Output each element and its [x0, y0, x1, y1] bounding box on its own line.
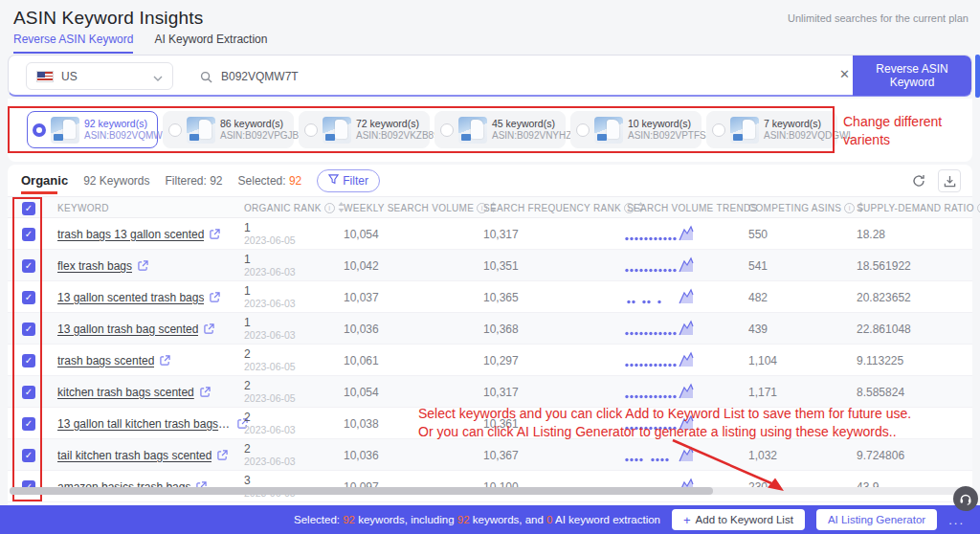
search-volume-trend-sparkline: [625, 313, 702, 345]
info-icon[interactable]: i: [844, 203, 855, 213]
clear-input-icon[interactable]: ✕: [839, 67, 850, 81]
row-checkbox-cell: ✓: [22, 376, 35, 408]
organic-rank-cell: 12023-06-03: [244, 250, 296, 281]
row-checkbox[interactable]: ✓: [22, 417, 35, 431]
variant-keyword-count: 10 keyword(s): [628, 118, 696, 130]
row-checkbox[interactable]: ✓: [22, 386, 35, 399]
row-checkbox[interactable]: ✓: [22, 228, 35, 241]
support-headset-button[interactable]: [953, 486, 978, 511]
column-header-weekly-search-volume[interactable]: WEEKLY SEARCH VOLUMEi: [344, 197, 497, 219]
external-link-icon[interactable]: [204, 323, 214, 334]
tab-reverse-asin-keyword[interactable]: Reverse ASIN Keyword: [13, 33, 133, 54]
row-checkbox[interactable]: ✓: [22, 449, 35, 462]
organic-rank-value: 1: [244, 221, 251, 234]
tab-ai-keyword-extraction[interactable]: AI Keyword Extraction: [154, 33, 267, 54]
variant-radio[interactable]: [440, 123, 454, 137]
organic-rank-value: 2: [244, 442, 251, 456]
external-link-icon[interactable]: [138, 260, 148, 271]
product-thumbnail: [187, 117, 215, 144]
row-checkbox-cell: ✓: [22, 439, 35, 471]
search-icon: [200, 70, 212, 87]
filter-button[interactable]: Filter: [317, 169, 380, 192]
keyword-link[interactable]: flex trash bags: [57, 259, 132, 273]
export-button[interactable]: [938, 169, 961, 192]
column-label: COMPETING ASINS: [748, 203, 841, 213]
chevron-down-icon: [153, 68, 163, 85]
keyword-link[interactable]: trash bags scented: [57, 354, 154, 367]
variant-radio[interactable]: [576, 123, 590, 137]
weekly-search-volume-value: 10,036: [344, 313, 379, 345]
supply-demand-ratio-value: 22.861048: [857, 313, 911, 345]
variant-card-6[interactable]: 7 keyword(s)ASIN:B092VQDGWL: [706, 111, 837, 148]
search-volume-trend-sparkline: [625, 250, 702, 281]
plus-icon: +: [683, 513, 691, 527]
variant-radio[interactable]: [33, 123, 46, 137]
organic-rank-date: 2023-06-03: [244, 266, 296, 278]
variant-texts: 7 keyword(s)ASIN:B092VQDGWL: [764, 118, 832, 143]
row-checkbox-cell: ✓: [22, 345, 35, 376]
row-checkbox[interactable]: ✓: [22, 354, 35, 367]
keyword-link[interactable]: 13 gallon tall kitchen trash bags sce...: [57, 417, 232, 431]
column-header-organic-rank[interactable]: ORGANIC RANKi: [244, 197, 345, 219]
column-header-keyword: KEYWORD: [57, 197, 109, 219]
table-row-8: ✓tail kitchen trash bags scented22023-06…: [8, 439, 972, 471]
variant-card-5[interactable]: 10 keyword(s)ASIN:B092VPTFS5: [570, 111, 702, 148]
column-header-competing-asins[interactable]: COMPETING ASINSi: [748, 197, 864, 219]
external-link-icon[interactable]: [160, 355, 170, 366]
weekly-search-volume-value: 10,061: [344, 345, 379, 376]
horizontal-scrollbar[interactable]: [10, 487, 713, 495]
keyword-link[interactable]: 13 gallon scented trash bags: [57, 291, 204, 304]
column-label: SEARCH VOLUME TRENDS: [627, 203, 757, 213]
asin-search-input[interactable]: [221, 65, 757, 88]
external-link-icon[interactable]: [210, 229, 220, 239]
select-all-checkbox[interactable]: ✓: [22, 202, 35, 215]
refresh-button[interactable]: [907, 169, 930, 192]
variant-card-2[interactable]: 86 keyword(s)ASIN:B092VPGJB9: [163, 111, 294, 148]
weekly-search-volume-value: 10,042: [344, 250, 379, 281]
external-link-icon[interactable]: [210, 292, 220, 302]
ai-listing-generator-button[interactable]: AI Listing Generator: [816, 509, 937, 530]
more-options[interactable]: ...: [948, 513, 965, 527]
variant-card-3[interactable]: 72 keyword(s)ASIN:B092VKZB89: [299, 111, 430, 148]
row-checkbox[interactable]: ✓: [22, 259, 35, 273]
organic-rank-value: 1: [244, 253, 251, 266]
info-icon[interactable]: i: [324, 203, 335, 213]
row-checkbox-cell: ✓: [22, 408, 35, 439]
organic-tab[interactable]: Organic: [21, 173, 68, 188]
variant-card-4[interactable]: 45 keyword(s)ASIN:B092VNYHZW: [434, 111, 566, 148]
keyword-link[interactable]: tail kitchen trash bags scented: [57, 449, 212, 462]
column-header-search-frequency-rank[interactable]: SEARCH FREQUENCY RANKi: [483, 197, 644, 219]
external-link-icon[interactable]: [217, 450, 228, 460]
marketplace-select[interactable]: US: [26, 62, 173, 90]
variant-radio[interactable]: [168, 123, 182, 137]
search-panel: US ✕ Reverse ASIN Keyword: [8, 55, 972, 97]
variant-texts: 10 keyword(s)ASIN:B092VPTFS5: [628, 118, 696, 143]
vertical-scrollbar[interactable]: [975, 55, 980, 98]
us-flag-icon: [36, 71, 54, 82]
keyword-link[interactable]: kitchen trash bags scented: [57, 386, 194, 399]
variant-keyword-count: 72 keyword(s): [356, 118, 424, 130]
keywords-count: 92 Keywords: [83, 174, 149, 188]
variant-radio[interactable]: [712, 123, 725, 137]
variant-card-1[interactable]: 92 keyword(s)ASIN:B092VQMW7T: [27, 111, 158, 148]
row-checkbox[interactable]: ✓: [22, 323, 35, 336]
variant-asin: ASIN:B092VNYHZW: [492, 130, 560, 143]
variant-radio[interactable]: [304, 123, 318, 137]
plan-note: Unlimited searches for the current plan: [788, 12, 969, 24]
keyword-link[interactable]: trash bags 13 gallon scented: [57, 228, 204, 241]
product-thumbnail: [51, 117, 79, 144]
table-toolbar: Organic 92 Keywords Filtered: 92 Selecte…: [8, 165, 972, 196]
weekly-search-volume-value: 10,054: [344, 218, 379, 250]
organic-rank-value: 1: [244, 284, 251, 298]
row-checkbox[interactable]: ✓: [22, 291, 35, 304]
external-link-icon[interactable]: [200, 387, 211, 397]
row-checkbox-cell: ✓: [22, 281, 35, 313]
add-to-keyword-list-button[interactable]: +Add to Keyword List: [672, 509, 805, 530]
selected-count: Selected: 92: [238, 174, 302, 188]
keyword-link[interactable]: 13 gallon trash bag scented: [57, 323, 198, 336]
weekly-search-volume-value: 10,038: [344, 408, 379, 439]
reverse-asin-keyword-button[interactable]: Reverse ASIN Keyword: [853, 56, 971, 96]
variant-texts: 86 keyword(s)ASIN:B092VPGJB9: [220, 118, 288, 143]
table-row-1: ✓trash bags 13 gallon scented12023-06-05…: [8, 218, 972, 250]
product-thumbnail: [730, 117, 759, 144]
